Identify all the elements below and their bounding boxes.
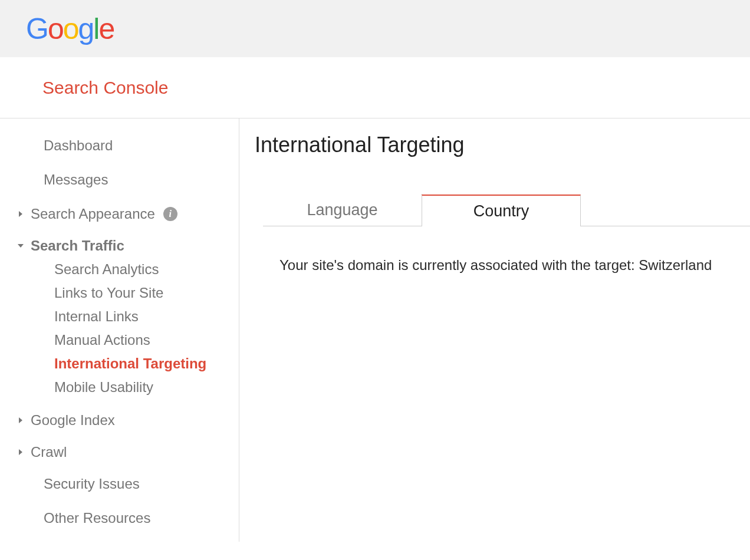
tab-body: Your site's domain is currently associat… [255, 226, 750, 274]
page-title: International Targeting [255, 133, 750, 157]
main-content: International Targeting Language Country… [239, 118, 750, 542]
sidebar-item-other-resources[interactable]: Other Resources [0, 508, 239, 529]
sidebar-item-label: Dashboard [31, 137, 113, 154]
sidebar-item-label: Crawl [31, 444, 67, 460]
sidebar-item-label: Security Issues [31, 476, 140, 492]
sidebar: Dashboard Messages Search Appearance i S… [0, 118, 239, 542]
sidebar-item-search-traffic[interactable]: Search Traffic [0, 235, 239, 256]
caret-right-icon [18, 417, 31, 423]
sidebar-item-label: Google Index [31, 412, 115, 429]
sidebar-item-search-appearance[interactable]: Search Appearance i [0, 203, 239, 225]
sidebar-subitem-manual-actions[interactable]: Manual Actions [0, 328, 239, 352]
info-icon[interactable]: i [163, 207, 177, 221]
top-bar: Google [0, 0, 750, 57]
sidebar-item-messages[interactable]: Messages [0, 169, 239, 190]
app-title-bar: Search Console [0, 57, 750, 118]
sidebar-item-crawl[interactable]: Crawl [0, 442, 239, 463]
sidebar-item-label: Other Resources [31, 510, 150, 526]
sidebar-item-label: Search Traffic [31, 238, 124, 254]
sidebar-subitem-search-analytics[interactable]: Search Analytics [0, 258, 239, 281]
tab-language[interactable]: Language [263, 194, 422, 226]
sidebar-item-label: Search Appearance [31, 206, 155, 222]
sidebar-sublist-search-traffic: Search Analytics Links to Your Site Inte… [0, 258, 239, 399]
sidebar-item-security-issues[interactable]: Security Issues [0, 473, 239, 495]
caret-right-icon [18, 449, 31, 455]
caret-down-icon [18, 243, 31, 249]
tab-country[interactable]: Country [422, 195, 581, 226]
target-country-text: Your site's domain is currently associat… [279, 257, 712, 273]
caret-right-icon [18, 211, 31, 217]
app-title[interactable]: Search Console [42, 78, 168, 98]
sidebar-item-label: Messages [31, 172, 108, 188]
tabs: Language Country [263, 194, 750, 226]
sidebar-item-google-index[interactable]: Google Index [0, 410, 239, 431]
sidebar-subitem-links-to-your-site[interactable]: Links to Your Site [0, 281, 239, 305]
sidebar-item-dashboard[interactable]: Dashboard [0, 135, 239, 156]
sidebar-subitem-international-targeting[interactable]: International Targeting [0, 352, 239, 375]
sidebar-subitem-mobile-usability[interactable]: Mobile Usability [0, 375, 239, 399]
google-logo[interactable]: Google [26, 14, 114, 44]
sidebar-subitem-internal-links[interactable]: Internal Links [0, 305, 239, 328]
